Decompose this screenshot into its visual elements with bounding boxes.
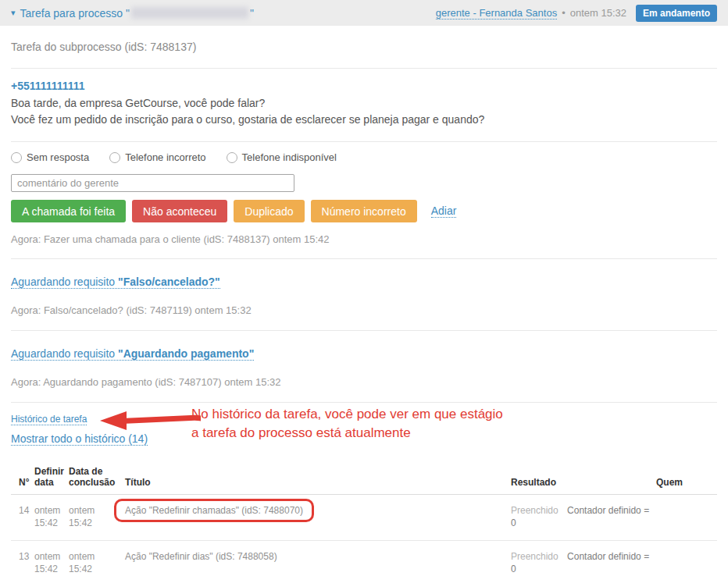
status-badge[interactable]: Em andamento [636,5,717,22]
cell-num: 14 [11,495,31,541]
result-status: Preenchido [511,551,558,562]
radio-label: Sem resposta [27,151,89,163]
show-all-history-link[interactable]: Mostrar todo o histórico (14) [11,432,148,446]
requirement-link-prefix: Aguardando requisito [11,276,118,288]
section-divider [11,141,717,142]
time-line: 15:42 [69,517,119,529]
cell-who [653,495,717,541]
result-status: Preenchido [511,505,558,516]
cell-result: Preenchido Contador definido = 0 [508,541,653,576]
date-line: ontem [34,504,62,517]
call-made-button[interactable]: A chamada foi feita [11,200,126,222]
requirement-aguardando-pagamento: Aguardando requisito "Aguardando pagamen… [11,331,717,402]
col-header-title: Título [122,463,508,495]
radio-icon[interactable] [11,152,22,163]
step-title: Ação "Redefinir dias" (idS: 7488058) [122,541,508,576]
redacted-process-name [131,7,248,19]
annotation-line1: No histórico da tarefa, você pode ver em… [191,405,503,424]
col-header-num: N° [11,463,31,495]
requirement-link[interactable]: Aguardando requisito "Falso/cancelado?" [11,276,220,289]
subprocess-label: Tarefa do subprocesso (idS: 7488137) [11,41,717,68]
col-header-result: Resultado [508,463,653,495]
task-meta: gerente - Fernanda Santos • ontem 15:32 … [436,5,717,22]
history-table: N° Definir data Data de conclusão Título… [11,463,717,576]
call-script-section: +551111111111 Boa tarde, da empresa GetC… [11,80,717,141]
cell-result: Preenchido Contador definido = 0 [508,495,653,541]
wrong-number-button[interactable]: Número incorreto [311,200,417,222]
phone-number-link[interactable]: +551111111111 [11,80,717,92]
cell-title: Ação "Redefinir chamadas" (idS: 7488070) [122,495,508,541]
radio-telefone-indisponivel[interactable]: Telefone indisponível [227,151,337,163]
radio-icon[interactable] [109,152,120,163]
task-header-bar: ▾ Tarefa para processo " " gerente - Fer… [0,0,728,26]
cell-done-date: ontem 15:42 [66,495,122,541]
history-table-header: N° Definir data Data de conclusão Título… [11,463,717,495]
page-title-suffix: " [250,7,254,20]
duplicate-button[interactable]: Duplicado [234,200,304,222]
cell-num: 13 [11,541,31,576]
radio-telefone-incorreto[interactable]: Telefone incorreto [109,151,205,163]
requirement-status: Agora: Falso/cancelado? (idS: 7487119) o… [11,304,717,316]
red-highlight-box: Ação "Redefinir chamadas" (idS: 7488070) [114,499,314,522]
annotation-text: No histórico da tarefa, você pode ver em… [191,405,503,443]
step-title: Ação "Redefinir chamadas" (idS: 7488070) [125,505,303,516]
table-row: 14 ontem 15:42 ontem 15:42 Ação "Redefin… [11,495,717,541]
chevron-down-icon[interactable]: ▾ [11,8,16,18]
radio-icon[interactable] [227,152,237,163]
time-line: 15:42 [69,563,119,575]
requirement-link-name: "Aguardando pagamento" [118,347,254,360]
col-header-done-date: Data de conclusão [66,463,122,495]
task-title-group[interactable]: ▾ Tarefa para processo " " [11,7,254,20]
cell-who [653,541,717,576]
cell-set-date: ontem 15:42 [31,541,66,576]
red-arrow-annotation-icon [98,410,202,430]
col-header-who: Quem [653,463,717,495]
col-header-set-date: Definir data [31,463,66,495]
radio-label: Telefone indisponível [242,151,337,163]
requirement-link-name: "Falso/cancelado?" [118,276,220,288]
time-line: 15:42 [34,517,62,529]
current-step-status: Agora: Fazer uma chamada para o cliente … [11,233,717,258]
date-line: ontem [34,550,62,563]
requirement-link[interactable]: Aguardando requisito "Aguardando pagamen… [11,347,254,361]
task-timestamp: ontem 15:32 [570,7,626,19]
history-link[interactable]: Histórico de tarefa [11,414,87,425]
radio-label: Telefone incorreto [125,151,205,163]
assignee-link[interactable]: gerente - Fernanda Santos [436,7,557,20]
cell-set-date: ontem 15:42 [31,495,66,541]
date-line: ontem [69,550,119,563]
script-message-line2: Você fez um pedido de inscrição para o c… [11,113,717,126]
page-title-prefix: Tarefa para processo " [20,7,130,20]
radio-sem-resposta[interactable]: Sem resposta [11,151,89,163]
task-history-section: Histórico de tarefa Mostrar todo o histó… [11,403,717,576]
call-result-radios: Sem resposta Telefone incorreto Telefone… [11,151,717,163]
meta-separator: • [562,7,566,19]
manager-comment-input[interactable] [11,174,294,192]
requirement-link-prefix: Aguardando requisito [11,347,118,360]
action-buttons: A chamada foi feita Não aconteceu Duplic… [11,200,717,222]
annotation-line2: a tarefa do processo está atualmente [191,424,503,443]
not-happened-button[interactable]: Não aconteceu [132,200,227,222]
date-line: ontem [69,504,119,517]
time-line: 15:42 [34,563,62,575]
requirement-status: Agora: Aguardando pagamento (idS: 748710… [11,376,717,388]
script-message-line1: Boa tarde, da empresa GetCourse, você po… [11,97,717,110]
requirement-falso-cancelado: Aguardando requisito "Falso/cancelado?" … [11,259,717,330]
table-row: 13 ontem 15:42 ontem 15:42 Ação "Redefin… [11,541,717,576]
postpone-link[interactable]: Adiar [431,204,457,218]
section-divider [11,68,717,69]
cell-done-date: ontem 15:42 [66,541,122,576]
